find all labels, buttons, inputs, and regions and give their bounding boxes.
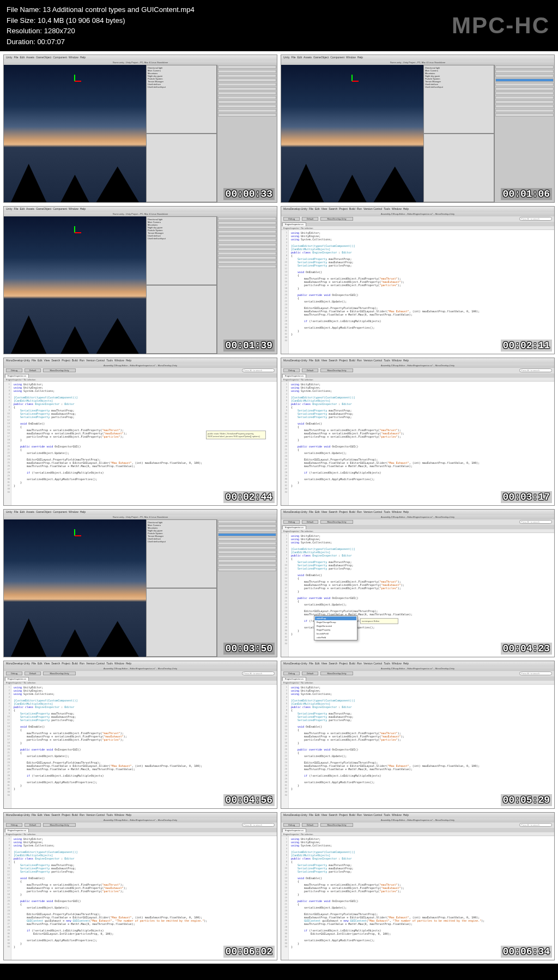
- toolbar: Debug Default MonoDevelop-Unity Press ⌘:…: [4, 368, 277, 373]
- tab-selector[interactable]: MonoDevelop-Unity: [320, 823, 353, 827]
- gizmo-icon: [344, 73, 360, 89]
- code-editor[interactable]: 1234567891011121314151617181920212223242…: [4, 382, 277, 505]
- timestamp: 00:04:23: [501, 643, 552, 655]
- config-button[interactable]: Default: [302, 368, 318, 372]
- file-tab[interactable]: EngineInspector.cs: [282, 222, 306, 226]
- file-info-header: File Name: 13 Additional control types a…: [0, 0, 558, 51]
- hierarchy-panel: Directional lightMain CameraMountainsNig…: [146, 519, 217, 588]
- config-button[interactable]: Default: [302, 217, 318, 221]
- file-tab[interactable]: EngineInspector.cs: [282, 677, 306, 681]
- file-tab[interactable]: EngineInspector.cs: [5, 677, 29, 681]
- tab-selector[interactable]: MonoDevelop-Unity: [320, 368, 353, 372]
- timestamp: 00:01:39: [223, 340, 275, 352]
- search-input[interactable]: Press ⌘: to search: [519, 217, 552, 221]
- file-tab[interactable]: EngineInspector.cs: [282, 828, 306, 832]
- menubar: MonoDevelop-UnityFileEditViewSearchProje…: [281, 358, 554, 364]
- file-tab[interactable]: EngineInspector.cs: [5, 374, 29, 378]
- code-editor[interactable]: 1234567891011121314151617181920212223242…: [281, 836, 554, 960]
- breadcrumb: EngineInspector › No selection: [4, 681, 277, 685]
- menubar: MonoDevelop-UnityFileEditViewSearchProje…: [281, 813, 554, 818]
- breadcrumb: EngineInspector › No selection: [281, 529, 554, 533]
- window-title: Assembly-CSharp-Editor – Editor/EngineIn…: [281, 212, 554, 216]
- toolbar: Debug Default MonoDevelop-Unity Press ⌘:…: [281, 671, 554, 676]
- gizmo-icon: [66, 73, 83, 89]
- debug-button[interactable]: Debug: [6, 672, 22, 675]
- tab-selector[interactable]: MonoDevelop-Unity: [43, 368, 76, 372]
- config-button[interactable]: Default: [302, 520, 318, 524]
- menubar: MonoDevelop-UnityFileEditViewSearchProje…: [281, 207, 554, 212]
- toolbar: Debug Default MonoDevelop-Unity Press ⌘:…: [281, 368, 554, 373]
- timestamp: 00:05:29: [501, 794, 552, 806]
- scene-view: [4, 65, 146, 202]
- code-editor[interactable]: 1234567891011121314151617181920212223242…: [4, 685, 277, 808]
- thumbnail: UnityFileEditAssetsGameObjectComponentWi…: [3, 206, 277, 354]
- menubar: MonoDevelop-UnityFileEditViewSearchProje…: [4, 813, 277, 818]
- menubar: MonoDevelop-UnityFileEditViewSearchProje…: [281, 510, 554, 515]
- scene-view: [4, 519, 146, 657]
- timestamp: 00:02:44: [223, 491, 275, 503]
- tab-selector[interactable]: MonoDevelop-Unity: [320, 520, 353, 524]
- project-panel: [146, 134, 217, 202]
- timestamp: 00:04:56: [223, 794, 275, 806]
- inspector-panel: [494, 65, 554, 202]
- window-title: Assembly-CSharp-Editor – Editor/EngineIn…: [4, 667, 277, 671]
- timestamp: 00:06:34: [501, 946, 552, 958]
- code-editor[interactable]: 1234567891011121314151617181920212223242…: [281, 533, 554, 657]
- file-tab[interactable]: EngineInspector.cs: [282, 525, 306, 529]
- window-title: Game.unity - Unity Project - PC, Mac & L…: [281, 61, 554, 65]
- timestamp: 00:03:17: [501, 491, 552, 503]
- window-title: Assembly-CSharp-Editor – Editor/EngineIn…: [281, 818, 554, 822]
- code-editor[interactable]: 1234567891011121314151617181920212223242…: [4, 836, 277, 960]
- config-button[interactable]: Default: [302, 823, 318, 827]
- debug-button[interactable]: Debug: [6, 823, 22, 827]
- project-panel: [423, 134, 494, 202]
- debug-button[interactable]: Debug: [283, 823, 300, 827]
- timestamp: 00:00:33: [223, 188, 275, 200]
- search-input[interactable]: Press ⌘: to search: [519, 672, 552, 675]
- thumbnail: MonoDevelop-UnityFileEditViewSearchProje…: [3, 661, 277, 809]
- search-input[interactable]: Press ⌘: to search: [519, 368, 552, 372]
- tab-selector[interactable]: MonoDevelop-Unity: [320, 672, 353, 675]
- toolbar: Debug Default MonoDevelop-Unity Press ⌘:…: [281, 216, 554, 222]
- code-editor[interactable]: 1234567891011121314151617181920212223242…: [281, 382, 554, 505]
- file-tab[interactable]: EngineInspector.cs: [282, 374, 306, 378]
- debug-button[interactable]: Debug: [283, 672, 300, 675]
- config-button[interactable]: Default: [25, 823, 41, 827]
- thumbnail: MonoDevelop-UnityFileEditViewSearchProje…: [281, 358, 555, 506]
- tab-selector[interactable]: MonoDevelop-Unity: [320, 217, 353, 221]
- search-input[interactable]: Press ⌘: to search: [519, 823, 552, 827]
- breadcrumb: EngineInspector › No selection: [281, 226, 554, 230]
- inspector-panel: [217, 65, 277, 202]
- search-input[interactable]: Press ⌘: to search: [242, 672, 275, 675]
- debug-button[interactable]: Debug: [6, 368, 22, 372]
- window-title: Assembly-CSharp-Editor – Editor/EngineIn…: [4, 364, 277, 368]
- debug-button[interactable]: Debug: [283, 217, 300, 221]
- breadcrumb: EngineInspector › No selection: [281, 832, 554, 836]
- gizmo-icon: [66, 225, 83, 241]
- tab-selector[interactable]: MonoDevelop-Unity: [43, 672, 76, 675]
- file-tab[interactable]: EngineInspector.cs: [5, 828, 29, 832]
- config-button[interactable]: Default: [302, 672, 318, 675]
- debug-button[interactable]: Debug: [283, 368, 300, 372]
- tab-selector[interactable]: MonoDevelop-Unity: [43, 823, 76, 827]
- autocomplete-popup[interactable]: asIntPropBeginChangeGroupBeginHorizontal…: [314, 615, 357, 640]
- thumbnail: UnityFileEditAssetsGameObjectComponentWi…: [3, 55, 277, 203]
- toolbar: Debug Default MonoDevelop-Unity Press ⌘:…: [281, 822, 554, 828]
- search-input[interactable]: Press ⌘: to search: [519, 520, 552, 524]
- toolbar: Debug Default MonoDevelop-Unity Press ⌘:…: [4, 671, 277, 676]
- code-editor[interactable]: 1234567891011121314151617181920212223242…: [281, 685, 554, 808]
- thumbnail: UnityFileEditAssetsGameObjectComponentWi…: [281, 55, 555, 203]
- menubar: MonoDevelop-UnityFileEditViewSearchProje…: [281, 661, 554, 667]
- menubar: UnityFileEditAssetsGameObjectComponentWi…: [4, 510, 277, 515]
- search-input[interactable]: Press ⌘: to search: [242, 368, 275, 372]
- thumbnail: MonoDevelop-UnityFileEditViewSearchProje…: [281, 206, 555, 354]
- config-button[interactable]: Default: [25, 672, 41, 675]
- window-title: Game.unity - Unity Project - PC, Mac & L…: [4, 515, 277, 519]
- menubar: UnityFileEditAssetsGameObjectComponentWi…: [4, 55, 277, 61]
- thumbnail: UnityFileEditAssetsGameObjectComponentWi…: [3, 509, 277, 657]
- config-button[interactable]: Default: [25, 368, 41, 372]
- thumbnail: MonoDevelop-UnityFileEditViewSearchProje…: [3, 812, 277, 960]
- code-editor[interactable]: 1234567891011121314151617181920212223242…: [281, 230, 554, 354]
- search-input[interactable]: Press ⌘: to search: [242, 823, 275, 827]
- debug-button[interactable]: Debug: [283, 520, 300, 524]
